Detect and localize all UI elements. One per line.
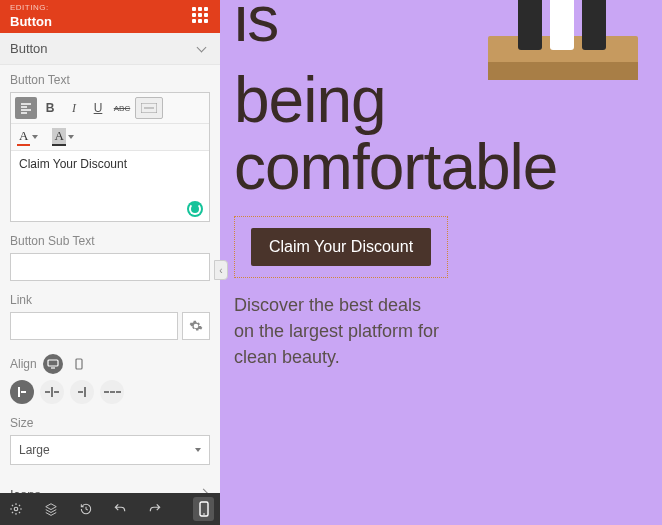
bold-button[interactable]: B <box>39 97 61 119</box>
accordion-button-label: Button <box>10 41 48 56</box>
clear-format-button[interactable] <box>135 97 163 119</box>
gear-icon <box>189 319 203 333</box>
link-settings-button[interactable] <box>182 312 210 340</box>
field-size: Size Large <box>0 408 220 469</box>
cta-selection-outline[interactable]: Claim Your Discount <box>234 216 448 278</box>
svg-rect-2 <box>76 359 82 369</box>
hero-line-3: comfortable <box>234 134 662 201</box>
button-text-label: Button Text <box>10 73 210 87</box>
svg-point-5 <box>203 513 205 515</box>
editor-sidebar: EDITING: Button Button Button Text B I U… <box>0 0 220 525</box>
collapse-handle[interactable]: ‹ <box>214 260 228 280</box>
field-button-sub-text: Button Sub Text <box>0 226 220 285</box>
redo-icon <box>148 502 162 516</box>
rte-toolbar: B I U ABC <box>11 93 209 124</box>
footer-history-button[interactable] <box>75 497 96 521</box>
field-button-text: Button Text B I U ABC A A <box>0 65 220 226</box>
device-desktop-toggle[interactable] <box>43 354 63 374</box>
footer-settings-button[interactable] <box>6 497 27 521</box>
button-text-value: Claim Your Discount <box>19 157 127 171</box>
size-select[interactable]: Large <box>10 435 210 465</box>
layers-icon <box>44 502 58 516</box>
sidebar-body: Button Button Text B I U ABC <box>0 33 220 493</box>
footer-layers-button[interactable] <box>41 497 62 521</box>
underline-button[interactable]: U <box>87 97 109 119</box>
text-color-button[interactable]: A <box>17 128 38 146</box>
rte-toolbar-colors: A A <box>11 124 209 151</box>
svg-rect-1 <box>48 360 58 366</box>
history-icon <box>79 502 93 516</box>
sidebar-footer <box>0 493 220 525</box>
hero-heading: is being comfortable <box>234 0 662 202</box>
footer-undo-button[interactable] <box>110 497 131 521</box>
chevron-down-icon <box>195 448 201 452</box>
hero-subtext: Discover the best deals on the largest p… <box>234 292 444 370</box>
link-label: Link <box>10 293 210 307</box>
align-label: Align <box>10 357 37 371</box>
bg-color-button[interactable]: A <box>52 128 73 146</box>
accordion-button[interactable]: Button <box>0 33 220 65</box>
button-sub-text-label: Button Sub Text <box>10 234 210 248</box>
chevron-down-icon <box>198 43 210 55</box>
align-center-choice[interactable] <box>40 380 64 404</box>
align-choices <box>10 380 210 404</box>
editing-label: EDITING: <box>10 3 49 12</box>
button-text-input[interactable]: Claim Your Discount <box>11 151 209 221</box>
hero-line-1: is <box>234 0 662 53</box>
align-left-button[interactable] <box>15 97 37 119</box>
grammarly-icon[interactable] <box>187 201 203 217</box>
preview-canvas: is being comfortable Claim Your Discount… <box>220 0 662 525</box>
link-input[interactable] <box>10 312 178 340</box>
field-align: Align <box>0 344 220 408</box>
rich-text-editor: B I U ABC A A Claim Your Discount <box>10 92 210 222</box>
footer-redo-button[interactable] <box>145 497 166 521</box>
accordion-icons[interactable]: Icons <box>0 479 220 493</box>
strike-button[interactable]: ABC <box>111 97 133 119</box>
device-mobile-toggle[interactable] <box>69 354 89 374</box>
app-grid-icon[interactable] <box>192 7 212 27</box>
sidebar-header: EDITING: Button <box>0 0 220 33</box>
size-value: Large <box>19 443 50 457</box>
footer-mobile-preview-button[interactable] <box>193 497 214 521</box>
italic-button[interactable]: I <box>63 97 85 119</box>
cta-button[interactable]: Claim Your Discount <box>251 228 431 266</box>
svg-point-3 <box>15 507 19 511</box>
mobile-icon <box>199 501 209 517</box>
size-label: Size <box>10 416 210 430</box>
button-sub-text-input[interactable] <box>10 253 210 281</box>
field-link: Link <box>0 285 220 344</box>
chevron-right-icon <box>198 489 210 494</box>
align-right-choice[interactable] <box>70 380 94 404</box>
align-justify-choice[interactable] <box>100 380 124 404</box>
undo-icon <box>113 502 127 516</box>
gear-icon <box>9 502 23 516</box>
align-left-choice[interactable] <box>10 380 34 404</box>
editing-element-type: Button <box>10 14 52 29</box>
